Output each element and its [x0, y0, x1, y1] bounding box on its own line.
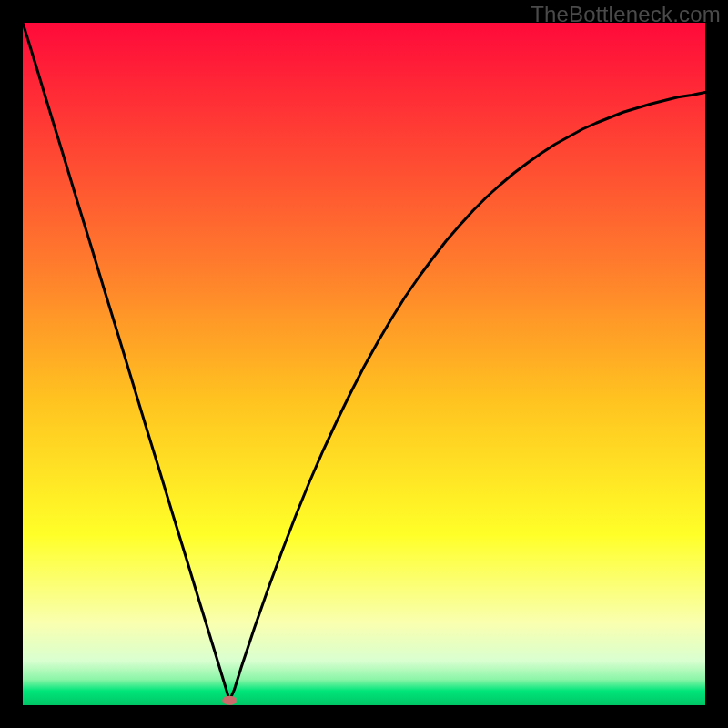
plot-area [23, 23, 705, 705]
chart-frame [23, 23, 705, 705]
bottleneck-curve-chart [23, 23, 705, 705]
watermark-text: TheBottleneck.com [531, 2, 721, 27]
minimum-marker [222, 696, 237, 705]
